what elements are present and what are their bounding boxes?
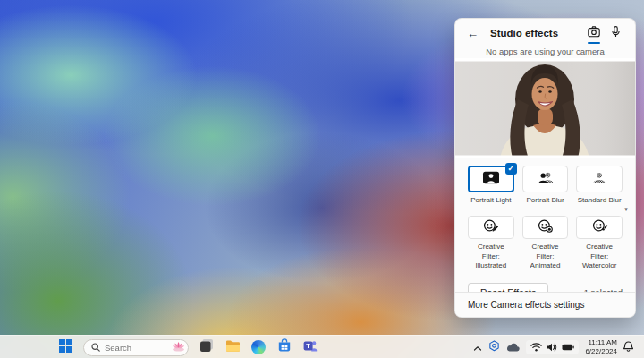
scroll-down-icon[interactable]: ▾ <box>623 206 630 212</box>
effects-row-1: ✓ Portrait Light Portrait Blur <box>468 166 623 205</box>
clock[interactable]: 11:11 AM 6/22/2024 <box>585 338 617 356</box>
effect-label: Standard Blur <box>576 196 623 205</box>
effect-portrait-blur: Portrait Blur <box>522 166 569 205</box>
effect-tile-portrait-blur[interactable] <box>522 166 569 192</box>
portrait-light-icon <box>482 171 500 188</box>
effects-row-2: Creative Filter: Illustrated Creative Fi… <box>468 216 623 270</box>
microsoft-store-button[interactable] <box>276 339 292 355</box>
portrait-blur-icon <box>537 171 555 188</box>
microphone-tab[interactable] <box>605 21 626 45</box>
camera-icon <box>588 25 600 41</box>
battery-icon <box>562 344 574 351</box>
creative-filter-watercolor-icon <box>591 218 608 237</box>
creative-filter-illustrated-icon <box>482 218 499 237</box>
effect-tile-standard-blur[interactable] <box>576 166 623 192</box>
search-highlight-flower-icon <box>172 339 185 355</box>
task-view-button[interactable] <box>199 339 215 355</box>
tray-overflow-button[interactable] <box>473 339 482 355</box>
studio-effects-panel: ← Studio effects No apps are using your … <box>454 18 636 318</box>
effect-label: Portrait Light <box>468 196 514 205</box>
camera-status-text: No apps are using your camera <box>455 47 635 56</box>
microphone-icon <box>612 25 620 41</box>
effect-tile-creative-animated[interactable] <box>522 216 569 239</box>
effect-creative-animated: Creative Filter: Animated <box>522 216 569 270</box>
start-button[interactable] <box>57 339 73 355</box>
more-camera-settings-link[interactable]: More Camera effects settings <box>468 300 584 310</box>
effect-label: Creative Filter: Watercolor <box>576 243 623 270</box>
taskbar-search[interactable] <box>83 339 189 356</box>
notification-center-button[interactable] <box>623 339 633 355</box>
notification-bell-icon <box>623 341 633 352</box>
back-button[interactable]: ← <box>467 28 479 39</box>
edge-button[interactable] <box>250 339 267 355</box>
wifi-icon <box>530 343 542 352</box>
camera-preview-image <box>455 58 636 158</box>
effect-creative-watercolor: Creative Filter: Watercolor <box>576 216 623 270</box>
selected-check-icon: ✓ <box>505 163 517 175</box>
taskbar: T 11:11 AM 6/22/2024 <box>0 335 644 358</box>
effect-label: Portrait Blur <box>522 196 569 205</box>
effect-tile-portrait-light[interactable]: ✓ <box>468 166 514 192</box>
svg-text:T: T <box>306 342 310 350</box>
effect-standard-blur: Standard Blur <box>576 166 623 205</box>
file-explorer-button[interactable] <box>225 339 241 355</box>
search-input[interactable] <box>105 343 167 353</box>
clock-date: 6/22/2024 <box>585 347 617 356</box>
panel-footer: More Camera effects settings <box>455 292 635 317</box>
system-tray: 11:11 AM 6/22/2024 <box>473 336 640 358</box>
effects-section: ✓ Portrait Light Portrait Blur <box>455 158 635 294</box>
task-view-icon <box>199 338 214 356</box>
studio-effects-tray-icon <box>488 340 500 352</box>
taskbar-apps: T <box>57 336 318 358</box>
microsoft-store-icon <box>277 338 292 356</box>
studio-effects-tray-button[interactable] <box>488 339 500 355</box>
desktop: ← Studio effects No apps are using your … <box>0 0 644 358</box>
start-icon <box>59 339 72 356</box>
camera-tab[interactable] <box>583 21 605 45</box>
clock-time: 11:11 AM <box>585 338 617 347</box>
effect-label: Creative Filter: Illustrated <box>468 243 514 270</box>
panel-title: Studio effects <box>490 28 583 38</box>
search-icon <box>91 339 100 355</box>
file-explorer-icon <box>225 339 241 356</box>
teams-icon: T <box>303 339 318 356</box>
camera-preview <box>455 58 636 158</box>
effect-tile-creative-watercolor[interactable] <box>576 216 623 239</box>
volume-icon <box>547 343 557 352</box>
effect-creative-illustrated: Creative Filter: Illustrated <box>468 216 514 270</box>
chevron-up-icon <box>473 345 482 352</box>
standard-blur-icon <box>590 171 608 188</box>
teams-button[interactable]: T <box>302 339 318 355</box>
effect-portrait-light: ✓ Portrait Light <box>468 166 514 205</box>
effect-label: Creative Filter: Animated <box>522 243 569 270</box>
quick-settings-button[interactable] <box>526 340 579 354</box>
creative-filter-animated-icon <box>537 218 554 237</box>
edge-icon <box>251 340 266 354</box>
onedrive-icon <box>506 343 520 352</box>
effects-scrollbar[interactable]: ▾ <box>623 200 630 212</box>
panel-header: ← Studio effects <box>455 19 635 47</box>
effect-tile-creative-illustrated[interactable] <box>468 216 514 239</box>
onedrive-button[interactable] <box>506 339 520 355</box>
